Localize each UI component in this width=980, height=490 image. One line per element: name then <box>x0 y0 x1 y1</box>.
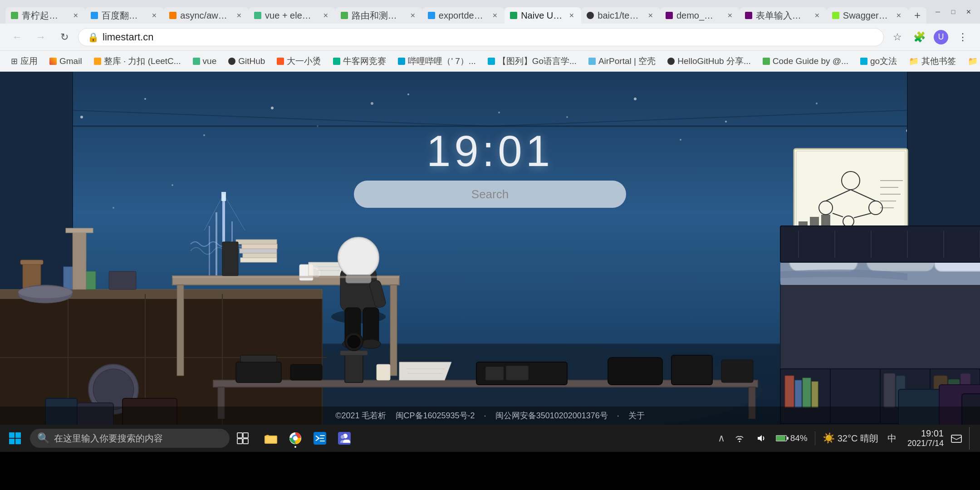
svg-point-2 <box>144 98 146 100</box>
reload-icon: ↻ <box>60 31 69 43</box>
svg-rect-61 <box>242 244 277 249</box>
profile-button[interactable]: U <box>931 27 951 47</box>
address-bar[interactable]: 🔒 limestart.cn <box>78 28 884 46</box>
taskbar-clock[interactable]: 19:01 2021/7/14 <box>907 428 944 448</box>
tab-close-2[interactable]: ✕ <box>150 11 158 20</box>
tab-close-11[interactable]: ✕ <box>895 11 903 20</box>
tab-baidu-translate[interactable]: 百度翻译-2 ✕ <box>85 7 164 24</box>
close-button[interactable]: ✕ <box>963 6 975 18</box>
tab-favicon-6 <box>428 12 435 19</box>
bookmark-gmail[interactable]: Gmail <box>44 54 88 68</box>
bookmark-airportal[interactable]: AirPortal | 空壳 <box>583 54 661 69</box>
tab-label-9: demo_msg <box>676 10 720 21</box>
icp-link[interactable]: 闽CP备16025935号-2 <box>396 410 475 421</box>
tab-close-10[interactable]: ✕ <box>813 11 821 20</box>
svg-rect-154 <box>237 433 242 438</box>
bookmark-hellogithub[interactable]: HelloGitHub 分享... <box>662 54 756 69</box>
bookmark-daxiao[interactable]: 大一小烫 <box>271 54 327 69</box>
tab-qingnin[interactable]: 青柠起始页 ✕ <box>5 7 85 24</box>
tab-naive-ui[interactable]: Naive UI... ✕ <box>505 7 581 24</box>
tab-close-6[interactable]: ✕ <box>491 11 499 20</box>
bookmark-star-button[interactable]: ☆ <box>887 27 907 47</box>
battery-indicator[interactable]: 84% <box>774 431 809 445</box>
time-display: 19:01 <box>426 126 554 176</box>
tab-demo-msg[interactable]: demo_msg ✕ <box>660 7 740 24</box>
bookmark-golang[interactable]: 【图列】Go语言学... <box>482 54 582 69</box>
bookmark-niuke[interactable]: 牛客网竞赛 <box>328 54 392 69</box>
bookmark-other[interactable]: 📁 其他书签 <box>903 54 961 69</box>
tab-close-8[interactable]: ✕ <box>647 11 655 20</box>
svg-rect-42 <box>86 271 96 289</box>
bookmark-codeguide[interactable]: Code Guide by @... <box>757 54 854 68</box>
forward-icon: → <box>36 31 46 43</box>
tab-close-9[interactable]: ✕ <box>726 11 734 20</box>
volume-icon-button[interactable] <box>752 429 770 447</box>
svg-rect-151 <box>15 432 21 438</box>
security-link[interactable]: 闽公网安备35010202001376号 <box>495 410 608 421</box>
time-text: 19:01 <box>426 127 554 175</box>
task-view-icon <box>236 432 249 445</box>
windows-logo-icon <box>9 432 21 445</box>
show-desktop-button[interactable] <box>969 427 973 450</box>
start-button[interactable] <box>4 427 26 450</box>
tab-favicon-7 <box>510 12 517 19</box>
input-method-button[interactable]: 中 <box>884 431 900 446</box>
tab-swagger[interactable]: Swagger UI ✕ <box>827 7 908 24</box>
gmail-icon <box>49 58 57 65</box>
show-hidden-icons[interactable]: ∧ <box>716 431 727 446</box>
tab-github-baic[interactable]: baic1/tea... ✕ <box>581 7 660 24</box>
forward-button[interactable]: → <box>31 27 51 47</box>
svg-point-8 <box>725 121 727 122</box>
bookmark-bilibili[interactable]: 哔哩哔哩（' 7）... <box>392 54 481 69</box>
settings-menu-button[interactable]: ⋮ <box>953 27 973 47</box>
file-explorer-button[interactable] <box>260 427 282 450</box>
tab-export[interactable]: exportdef/... ✕ <box>422 7 505 24</box>
notification-center-button[interactable] <box>947 429 965 447</box>
tab-close-1[interactable]: ✕ <box>72 11 80 20</box>
puzzle-icon: 🧩 <box>913 31 926 43</box>
svg-rect-62 <box>236 240 277 244</box>
clock-date: 2021/7/14 <box>907 439 944 448</box>
svg-rect-159 <box>265 436 276 443</box>
teams-button[interactable] <box>333 427 356 450</box>
bookmark-intl[interactable]: 📁 国际互联网... <box>962 54 980 69</box>
tray-separator <box>815 431 815 445</box>
svg-point-5 <box>407 93 409 95</box>
bookmark-gowen[interactable]: go文法 <box>855 54 902 69</box>
vscode-button[interactable] <box>309 427 331 450</box>
reload-button[interactable]: ↻ <box>54 27 74 47</box>
bookmark-apps[interactable]: ⊞ 应用 <box>5 54 43 69</box>
task-view-button[interactable] <box>231 427 254 450</box>
back-button[interactable]: ← <box>7 27 27 47</box>
file-explorer-icon <box>264 432 278 445</box>
extension-puzzle-button[interactable]: 🧩 <box>909 27 929 47</box>
tab-form-input[interactable]: 表单输入法... ✕ <box>740 7 827 24</box>
tab-favicon-2 <box>91 12 98 19</box>
tab-close-4[interactable]: ✕ <box>322 11 330 20</box>
search-container <box>354 181 626 208</box>
new-tab-button[interactable]: + <box>908 7 926 24</box>
bookmark-github[interactable]: GitHub <box>223 54 270 68</box>
tab-close-5[interactable]: ✕ <box>409 11 417 20</box>
bookmarks-bar: ⊞ 应用 Gmail 整库 · 力扣 (LeetC... vue GitHub … <box>0 51 980 72</box>
bookmark-label-codeguide: Code Guide by @... <box>773 56 848 66</box>
tab-close-7[interactable]: ✕ <box>568 11 576 20</box>
bookmark-vue[interactable]: vue <box>187 54 222 68</box>
chrome-button[interactable] <box>284 427 307 450</box>
maximize-button[interactable]: □ <box>947 6 959 18</box>
tab-router[interactable]: 路由和测试... ✕ <box>335 7 422 24</box>
taskbar-search[interactable]: 🔍 在这里输入你要搜索的内容 <box>30 429 230 448</box>
close-icon: ✕ <box>966 8 971 15</box>
tab-close-3[interactable]: ✕ <box>235 11 243 20</box>
svg-rect-127 <box>290 364 322 380</box>
tab-async[interactable]: async/awa... ✕ <box>164 7 249 24</box>
minimize-button[interactable]: ─ <box>932 6 944 18</box>
bookmark-leetcode[interactable]: 整库 · 力扣 (LeetC... <box>88 54 186 69</box>
svg-point-19 <box>371 102 373 105</box>
weather-widget[interactable]: ☀️ 32°C 晴朗 <box>821 431 880 446</box>
close-link[interactable]: 关于 <box>628 410 645 421</box>
tab-vue-elem[interactable]: vue + elem... ✕ <box>249 7 335 24</box>
network-icon-button[interactable] <box>730 429 749 447</box>
svg-point-6 <box>498 112 500 113</box>
search-input[interactable] <box>354 181 626 208</box>
